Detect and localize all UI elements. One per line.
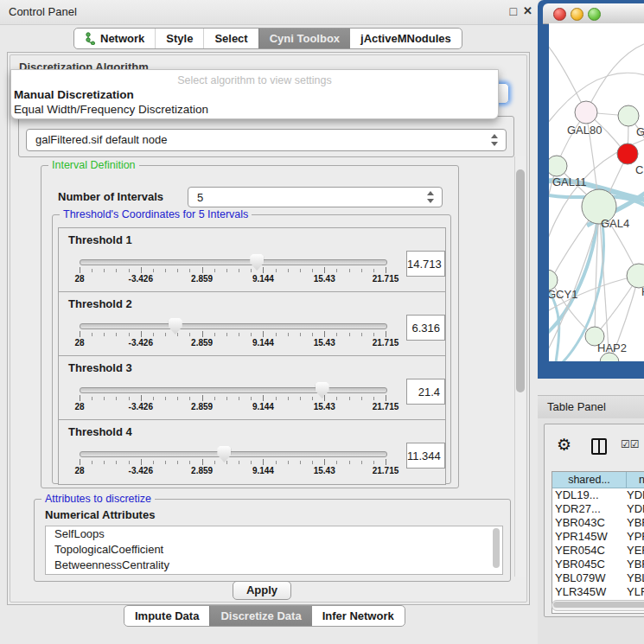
popup-option-manual-discretization[interactable]: Manual Discretization bbox=[14, 88, 134, 101]
panel-title: Control Panel bbox=[9, 5, 77, 18]
tab-jactivemnodules[interactable]: jActiveMNodules bbox=[350, 29, 462, 48]
threshold-4-slider[interactable] bbox=[80, 451, 387, 457]
tab-select[interactable]: Select bbox=[203, 29, 258, 48]
cyni-bottom-tabs: Impute Data Discretize Data Infer Networ… bbox=[124, 605, 405, 627]
column-header-shared-name[interactable]: shared... bbox=[552, 472, 627, 488]
apply-button[interactable]: Apply bbox=[233, 581, 291, 600]
table-row[interactable]: YLR345W YLR3 bbox=[552, 585, 644, 599]
numerical-attributes-list[interactable]: SelfLoopsTopologicalCoefficientBetweenne… bbox=[45, 526, 503, 575]
list-item[interactable]: SelfLoops bbox=[46, 526, 502, 542]
panel-scrollbar[interactable] bbox=[514, 156, 526, 577]
interval-definition-label: Interval Definition bbox=[48, 159, 139, 171]
slider-tick-labels: -3.4262.8599.14415.4321.71528 bbox=[80, 402, 386, 414]
table-panel-title: Table Panel bbox=[547, 400, 606, 413]
network-graph: GAL80 GA C GAL11 GAL4 GCY1 H HAP2 bbox=[549, 23, 644, 361]
control-panel-tabs: Network Style Select Cyni Toolbox jActiv… bbox=[73, 28, 462, 49]
table-row[interactable]: YBR045C YBR0 bbox=[552, 558, 644, 571]
list-item[interactable]: TopologicalCoefficient bbox=[46, 542, 502, 558]
threshold-1-slider[interactable] bbox=[80, 259, 387, 265]
threshold-block-4: Threshold 4 -3.4262.8599.14415.4321.7152… bbox=[58, 419, 446, 485]
slider-major-ticks bbox=[80, 331, 386, 337]
float-window-icon[interactable]: □ bbox=[510, 4, 517, 18]
threshold-block-3: Threshold 3 -3.4262.8599.14415.4321.7152… bbox=[58, 355, 446, 421]
attributes-group-label: Attributes to discretize bbox=[41, 493, 155, 505]
threshold-2-value-field[interactable]: 6.316 bbox=[406, 315, 445, 341]
table-header-row: shared... na bbox=[552, 472, 644, 488]
columns-icon[interactable] bbox=[591, 438, 607, 455]
table-container: ⚙ ☑☑ shared... na YDL19... YDL1 bbox=[544, 424, 644, 617]
select-checkboxes-icon[interactable]: ☑☑ bbox=[621, 438, 640, 450]
gear-icon[interactable]: ⚙ bbox=[557, 435, 571, 455]
node-label-gcy1: GCY1 bbox=[549, 288, 577, 301]
close-traffic-light-icon[interactable] bbox=[553, 8, 566, 21]
thresholds-group: Threshold's Coordinates for 5 Intervals … bbox=[52, 214, 451, 484]
threshold-3-value-field[interactable]: 21.4 bbox=[406, 379, 445, 405]
slider-tick-labels: -3.4262.8599.14415.4321.71528 bbox=[80, 274, 386, 286]
slider-tick-labels: -3.4262.8599.14415.4321.71528 bbox=[80, 338, 386, 350]
tab-impute-data[interactable]: Impute Data bbox=[124, 606, 209, 626]
table-row[interactable]: YBL079W YBL0 bbox=[552, 571, 644, 585]
table-data-combobox[interactable]: galFiltered.sif default node bbox=[26, 129, 507, 151]
popup-hint: Select algorithm to view settings bbox=[11, 74, 498, 86]
network-window: GAL80 GA C GAL11 GAL4 GCY1 H HAP2 bbox=[538, 0, 644, 379]
table-panel-body: ⚙ ☑☑ shared... na YDL19... YDL1 bbox=[538, 418, 644, 644]
node-red-selected[interactable] bbox=[617, 143, 638, 164]
table-horizontal-scrollbar[interactable] bbox=[552, 600, 644, 611]
algorithm-dropdown-popup: Select algorithm to view settings Manual… bbox=[10, 69, 499, 119]
list-scrollbar[interactable] bbox=[493, 528, 500, 568]
node-partial-right[interactable] bbox=[627, 264, 644, 288]
cyni-toolbox-panel: Table Data galFiltered.sif default node … bbox=[7, 52, 530, 605]
table-row[interactable]: YPR145W YPR1 bbox=[552, 530, 644, 544]
tab-infer-network[interactable]: Infer Network bbox=[312, 606, 405, 626]
node-table: shared... na YDL19... YDL1 YDR27... YDR2 bbox=[552, 471, 644, 614]
threshold-4-label: Threshold 4 bbox=[68, 425, 132, 438]
node-label-partial-c: C bbox=[635, 163, 643, 176]
popup-option-equal-width[interactable]: Equal Width/Frequency Discretization bbox=[14, 103, 208, 116]
control-panel-titlebar: Control Panel □ ✕ bbox=[0, 0, 538, 25]
table-row[interactable]: YDL19... YDL1 bbox=[552, 488, 644, 502]
numerical-attributes-label: Numerical Attributes bbox=[45, 508, 155, 521]
threshold-2-label: Threshold 2 bbox=[68, 297, 132, 310]
table-rows: YDL19... YDL1 YDR27... YDR2 YBR043C YBR0 bbox=[552, 488, 644, 613]
node-gal80[interactable] bbox=[575, 101, 597, 124]
slider-major-ticks bbox=[80, 267, 386, 273]
node-gal11[interactable] bbox=[549, 156, 567, 176]
interval-definition-group: Interval Definition Number of Intervals … bbox=[41, 165, 459, 488]
table-row[interactable]: YDR27... YDR2 bbox=[552, 502, 644, 516]
zoom-traffic-light-icon[interactable] bbox=[588, 8, 601, 21]
tab-cyni-toolbox[interactable]: Cyni Toolbox bbox=[258, 29, 350, 48]
close-icon[interactable]: ✕ bbox=[523, 4, 532, 17]
tab-discretize-data[interactable]: Discretize Data bbox=[209, 606, 311, 626]
network-window-titlebar bbox=[543, 3, 644, 24]
threshold-3-slider[interactable] bbox=[80, 387, 387, 393]
tab-network[interactable]: Network bbox=[74, 29, 155, 48]
threshold-1-value-field[interactable]: 14.713 bbox=[406, 251, 445, 277]
combo-stepper-icon bbox=[490, 134, 498, 146]
table-row[interactable]: YBR043C YBR0 bbox=[552, 516, 644, 530]
threshold-1-label: Threshold 1 bbox=[68, 233, 132, 246]
table-row[interactable]: YER054C YER0 bbox=[552, 544, 644, 558]
tab-style[interactable]: Style bbox=[155, 29, 203, 48]
slider-major-ticks bbox=[80, 395, 386, 401]
number-of-intervals-combobox[interactable]: 5 bbox=[188, 187, 443, 207]
threshold-2-slider[interactable] bbox=[80, 323, 387, 329]
node-partial-top-right[interactable] bbox=[618, 105, 639, 126]
slider-tick-labels: -3.4262.8599.14415.4321.71528 bbox=[80, 466, 386, 478]
thresholds-group-label: Threshold's Coordinates for 5 Intervals bbox=[60, 208, 252, 220]
combo-stepper-icon bbox=[426, 191, 434, 203]
panel-scrollbar-thumb[interactable] bbox=[516, 169, 525, 392]
network-icon bbox=[85, 32, 96, 45]
node-label-gal4: GAL4 bbox=[601, 217, 629, 230]
table-data-group: Table Data galFiltered.sif default node bbox=[18, 116, 514, 157]
threshold-block-1: Threshold 1 -3.4262.8599.14415.4321.7152… bbox=[58, 227, 446, 293]
threshold-3-label: Threshold 3 bbox=[68, 361, 132, 374]
node-label-gal80: GAL80 bbox=[567, 124, 602, 137]
threshold-4-value-field[interactable]: 11.344 bbox=[406, 443, 445, 469]
network-canvas[interactable]: GAL80 GA C GAL11 GAL4 GCY1 H HAP2 bbox=[549, 23, 644, 361]
table-hscrollbar-thumb[interactable] bbox=[553, 602, 644, 608]
minimize-traffic-light-icon[interactable] bbox=[571, 8, 583, 21]
attributes-group: Attributes to discretize Numerical Attri… bbox=[34, 499, 511, 582]
list-item[interactable]: BetweennessCentrality bbox=[46, 558, 502, 573]
node-label-partial-ga: GA bbox=[636, 125, 644, 138]
column-header-name[interactable]: na bbox=[627, 472, 644, 488]
